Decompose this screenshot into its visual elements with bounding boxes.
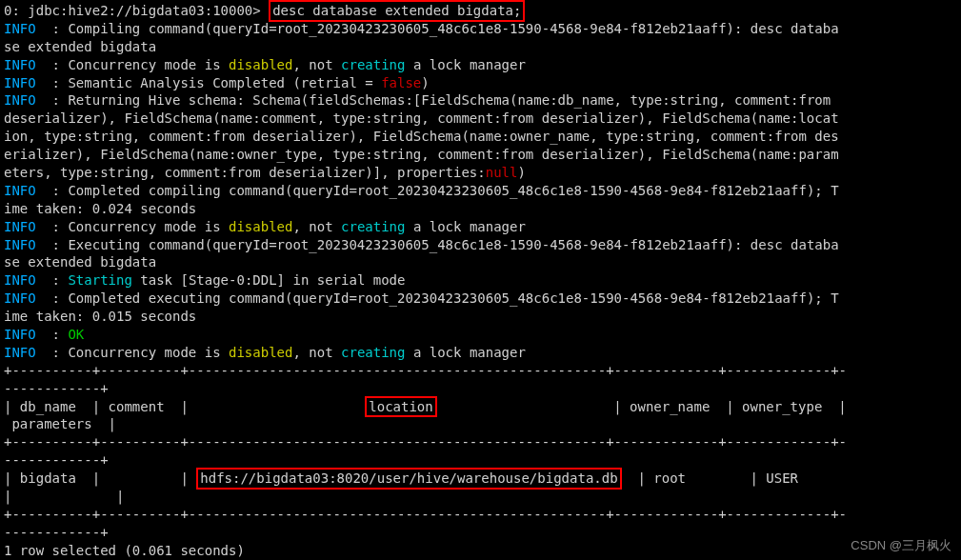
table-separator: +----------+----------+-----------------… <box>4 433 957 451</box>
table-separator: ------------+ <box>4 380 957 398</box>
log-line: ime taken: 0.015 seconds <box>4 308 957 326</box>
log-line: INFO : Semantic Analysis Completed (retr… <box>4 74 957 92</box>
log-line: INFO : OK <box>4 326 957 344</box>
log-line: INFO : Starting task [Stage-0:DDL] in se… <box>4 271 957 290</box>
command-highlight: desc database extended bigdata; <box>269 0 525 22</box>
table-header-row: | db_name | comment | location | owner_n… <box>4 398 957 416</box>
watermark: CSDN @三月枫火 <box>851 537 951 554</box>
log-line: INFO : Completed compiling command(query… <box>4 182 957 200</box>
log-line: se extended bigdata <box>4 38 957 56</box>
table-separator: +----------+----------+-----------------… <box>4 506 957 524</box>
log-line: INFO : Concurrency mode is disabled, not… <box>4 218 957 236</box>
log-line: INFO : Executing command(queryId=root_20… <box>4 236 957 254</box>
log-line: INFO : Completed executing command(query… <box>4 290 957 308</box>
log-output: INFO : Compiling command(queryId=root_20… <box>4 20 957 362</box>
table-header-row-cont: parameters | <box>4 415 957 433</box>
table-data-row-cont: | | <box>4 488 957 506</box>
table-separator: +----------+----------+-----------------… <box>4 362 957 380</box>
log-line: INFO : Returning Hive schema: Schema(fie… <box>4 91 957 110</box>
log-line: ion, type:string, comment:from deseriali… <box>4 128 957 146</box>
log-line: ime taken: 0.024 seconds <box>4 200 957 218</box>
log-line: INFO : Concurrency mode is disabled, not… <box>4 56 957 74</box>
log-line: eters, type:string, comment:from deseria… <box>4 164 957 182</box>
table-data-row: | bigdata | | hdfs://bigdata03:8020/user… <box>4 470 957 488</box>
prompt-line: 0: jdbc:hive2://bigdata03:10000> desc da… <box>4 2 957 20</box>
prompt-prefix: 0: jdbc:hive2://bigdata03:10000> <box>4 3 269 18</box>
result-summary: 1 row selected (0.061 seconds) <box>4 542 957 560</box>
log-line: erializer), FieldSchema(name:owner_type,… <box>4 146 957 164</box>
log-line: deserializer), FieldSchema(name:comment,… <box>4 110 957 128</box>
location-header-highlight: location <box>365 396 436 418</box>
location-value-highlight: hdfs://bigdata03:8020/user/hive/warehous… <box>196 468 621 490</box>
table-separator: ------------+ <box>4 524 957 542</box>
log-line: INFO : Concurrency mode is disabled, not… <box>4 344 957 362</box>
log-line: INFO : Compiling command(queryId=root_20… <box>4 20 957 38</box>
log-line: se extended bigdata <box>4 253 957 271</box>
command-text: desc database extended bigdata; <box>272 3 521 18</box>
